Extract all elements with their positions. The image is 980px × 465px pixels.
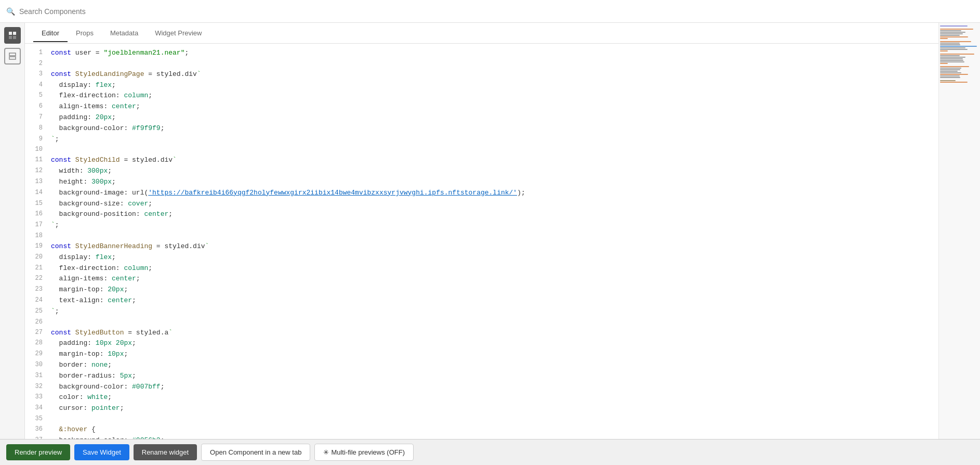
main-layout: Editor Props Metadata Widget Preview 1 c… — [0, 23, 980, 439]
code-line: 34 cursor: pointer; — [25, 403, 938, 414]
code-line: 26 — [25, 317, 938, 328]
open-component-button[interactable]: Open Component in a new tab — [201, 444, 310, 461]
tab-bar: Editor Props Metadata Widget Preview — [25, 23, 938, 44]
svg-rect-2 — [9, 36, 12, 39]
code-line: 3 const StyledLandingPage = styled.div` — [25, 69, 938, 80]
code-line: 6 align-items: center; — [25, 101, 938, 112]
code-line: 23 margin-top: 20px; — [25, 285, 938, 295]
code-line: 15 background-size: cover; — [25, 199, 938, 210]
minimap-content — [939, 23, 980, 85]
minimap — [938, 23, 980, 439]
multi-file-previews-button[interactable]: ✳ Multi-file previews (OFF) — [314, 444, 414, 461]
code-line: 12 width: 300px; — [25, 166, 938, 177]
code-line: 21 flex-direction: column; — [25, 263, 938, 274]
code-line: 8 background-color: #f9f9f9; — [25, 123, 938, 134]
code-line: 13 height: 300px; — [25, 177, 938, 188]
tab-editor[interactable]: Editor — [33, 25, 68, 42]
bottom-bar: Render preview Save Widget Rename widget… — [0, 439, 980, 465]
code-editor[interactable]: 1 const user = "joelblenman21.near"; 2 3… — [25, 44, 938, 439]
svg-rect-1 — [13, 32, 16, 35]
code-line: 36 &:hover { — [25, 424, 938, 435]
svg-rect-3 — [13, 36, 16, 39]
code-line: 28 padding: 10px 20px; — [25, 338, 938, 349]
code-line: 35 — [25, 414, 938, 424]
save-widget-button[interactable]: Save Widget — [74, 444, 129, 460]
code-line: 19 const StyledBannerHeading = styled.di… — [25, 241, 938, 252]
tab-widget-preview[interactable]: Widget Preview — [147, 25, 210, 42]
code-line: 2 — [25, 59, 938, 69]
code-line: 22 align-items: center; — [25, 274, 938, 285]
code-line: 37 background-color: #0056b3; — [25, 435, 938, 439]
code-line: 11 const StyledChild = styled.div` — [25, 155, 938, 166]
tab-metadata[interactable]: Metadata — [102, 25, 147, 42]
code-line: 25 `; — [25, 306, 938, 317]
code-line: 33 color: white; — [25, 392, 938, 403]
search-input[interactable] — [19, 7, 175, 16]
editor-area: Editor Props Metadata Widget Preview 1 c… — [25, 23, 938, 439]
code-line: 14 background-image: url('https://bafkre… — [25, 188, 938, 199]
code-line: 18 — [25, 231, 938, 241]
code-line: 4 display: flex; — [25, 80, 938, 91]
search-icon: 🔍 — [6, 7, 15, 16]
code-line: 1 const user = "joelblenman21.near"; — [25, 48, 938, 59]
code-line: 31 border-radius: 5px; — [25, 371, 938, 382]
sidebar-secondary-btn[interactable] — [4, 48, 21, 64]
code-line: 27 const StyledButton = styled.a` — [25, 328, 938, 339]
code-line: 5 flex-direction: column; — [25, 91, 938, 101]
multi-file-label: Multi-file previews (OFF) — [331, 448, 405, 456]
code-line: 10 — [25, 145, 938, 155]
code-line: 16 background-position: center; — [25, 209, 938, 220]
sidebar — [0, 23, 25, 439]
code-line: 17 `; — [25, 220, 938, 231]
svg-rect-5 — [9, 57, 16, 59]
layout-icon — [9, 53, 16, 60]
code-line: 20 display: flex; — [25, 252, 938, 263]
render-preview-button[interactable]: Render preview — [6, 444, 70, 460]
code-line: 9 `; — [25, 134, 938, 145]
svg-rect-0 — [9, 32, 12, 35]
star-icon: ✳ — [323, 448, 329, 456]
sidebar-toggle-btn[interactable] — [4, 27, 21, 44]
code-line: 32 background-color: #007bff; — [25, 382, 938, 393]
grid-icon — [8, 31, 17, 40]
tab-props[interactable]: Props — [68, 25, 102, 42]
rename-widget-button[interactable]: Rename widget — [134, 444, 197, 460]
top-bar: 🔍 — [0, 0, 980, 23]
code-line: 24 text-align: center; — [25, 295, 938, 306]
svg-rect-4 — [9, 53, 16, 56]
code-line: 7 padding: 20px; — [25, 112, 938, 123]
code-line: 30 border: none; — [25, 360, 938, 371]
code-line: 29 margin-top: 10px; — [25, 349, 938, 360]
